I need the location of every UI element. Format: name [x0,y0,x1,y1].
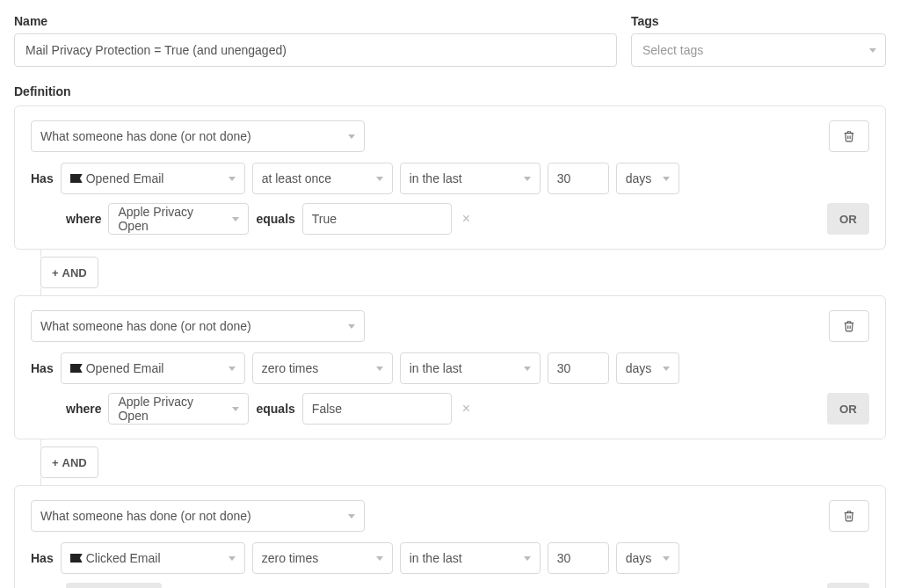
filter-property-select[interactable]: Apple Privacy Open [108,393,249,425]
chevron-down-icon [663,556,670,561]
where-label: where [66,402,101,416]
unit-select[interactable]: days [616,542,679,574]
remove-filter-button[interactable]: × [459,211,474,227]
tags-placeholder: Select tags [642,43,703,57]
chevron-down-icon [376,556,383,561]
condition-card: What someone has done (or not done) Has … [14,295,886,439]
has-label: Has [31,551,54,565]
condition-card: What someone has done (or not done) Has … [14,485,886,588]
delete-button[interactable] [829,310,869,342]
where-label: where [66,212,101,226]
chevron-down-icon [376,367,383,371]
chevron-down-icon [229,556,236,561]
chevron-down-icon [663,177,670,181]
chevron-down-icon [663,367,670,371]
and-button[interactable]: + AND [40,446,98,478]
frequency-select[interactable]: at least once [252,163,393,194]
has-label: Has [31,361,54,375]
chevron-down-icon [229,177,236,181]
equals-label: equals [256,402,294,416]
chevron-down-icon [229,367,236,371]
chevron-down-icon [232,407,239,411]
chevron-down-icon [524,556,531,561]
trash-icon [843,320,855,332]
number-input[interactable] [548,542,609,574]
chevron-down-icon [348,514,355,519]
chevron-down-icon [348,134,355,139]
tags-label: Tags [631,14,886,28]
plus-icon: + [52,266,59,279]
unit-select[interactable]: days [616,163,679,194]
chevron-down-icon [376,177,383,181]
trash-icon [843,510,855,522]
number-input[interactable] [548,352,609,384]
has-label: Has [31,171,54,185]
definition-label: Definition [14,84,886,98]
filter-value-input[interactable] [302,393,452,425]
delete-button[interactable] [829,120,869,152]
add-filter-button[interactable]: Add Filter [66,583,162,588]
chevron-down-icon [524,367,531,371]
trash-icon [843,130,855,142]
timeframe-select[interactable]: in the last [400,163,541,194]
chevron-down-icon [524,177,531,181]
plus-icon: + [52,456,59,469]
timeframe-select[interactable]: in the last [400,542,541,574]
chevron-down-icon [232,217,239,221]
frequency-select[interactable]: zero times [252,352,393,384]
equals-label: equals [256,212,294,226]
condition-card: What someone has done (or not done) Has … [14,105,886,250]
frequency-select[interactable]: zero times [252,542,393,574]
condition-type-select[interactable]: What someone has done (or not done) [31,310,365,342]
or-button[interactable]: OR [827,583,869,588]
number-input[interactable] [548,163,609,194]
and-button[interactable]: + AND [40,257,98,288]
flag-icon [70,364,83,373]
event-select[interactable]: Opened Email [61,163,245,194]
timeframe-select[interactable]: in the last [400,352,541,384]
condition-type-select[interactable]: What someone has done (or not done) [31,120,365,152]
filter-value-input[interactable] [302,203,452,235]
event-select[interactable]: Opened Email [61,352,245,384]
chevron-down-icon [869,48,876,53]
or-button[interactable]: OR [827,393,869,425]
event-select[interactable]: Clicked Email [61,542,245,574]
delete-button[interactable] [829,500,869,532]
chevron-down-icon [348,324,355,329]
remove-filter-button[interactable]: × [459,401,474,417]
name-input[interactable] [14,33,617,67]
name-label: Name [14,14,617,28]
flag-icon [70,554,83,563]
condition-type-select[interactable]: What someone has done (or not done) [31,500,365,532]
tags-select[interactable]: Select tags [631,33,886,67]
or-button[interactable]: OR [827,203,869,235]
flag-icon [70,174,83,183]
filter-property-select[interactable]: Apple Privacy Open [108,203,249,235]
unit-select[interactable]: days [616,352,679,384]
